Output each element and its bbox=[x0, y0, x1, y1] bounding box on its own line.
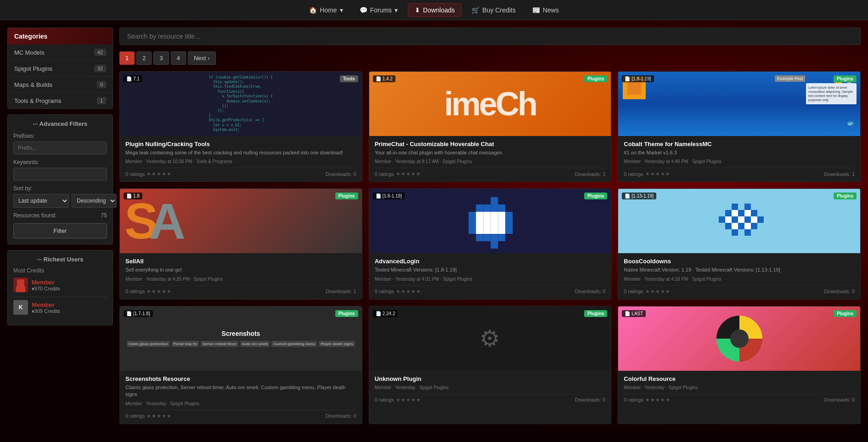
search-input[interactable] bbox=[119, 28, 861, 45]
resource-title: BoosCooldowns bbox=[624, 258, 855, 265]
svg-rect-28 bbox=[498, 234, 505, 241]
downloads-text: Downloads: 1 bbox=[824, 171, 855, 177]
nav-news-label: News bbox=[543, 6, 559, 14]
resource-card[interactable]: 📄 [1.13-1.19] Plugins BoosCooldowns Nati… bbox=[618, 188, 861, 299]
category-badge: Plugins bbox=[335, 310, 358, 317]
page-next-button[interactable]: Next › bbox=[188, 51, 216, 65]
svg-rect-38 bbox=[732, 210, 738, 216]
richest-users-panel: ··· Richest Users Most Credits Member ♦9… bbox=[7, 250, 113, 325]
stars: ★★★★★ bbox=[645, 171, 671, 177]
ratings: 0 ratings ★★★★★ bbox=[375, 171, 421, 177]
svg-rect-21 bbox=[490, 227, 498, 234]
resource-card[interactable]: 🐠🐡 🐟 Example Post Lorem ipsum dolor sit … bbox=[618, 71, 861, 182]
ratings-text: 0 ratings bbox=[624, 397, 643, 402]
nav-forums[interactable]: 💬 Forums ▾ bbox=[353, 4, 404, 17]
resource-body: AdvancedLogin Tested Minecraft Versions:… bbox=[369, 253, 611, 299]
filter-button[interactable]: Filter bbox=[13, 223, 107, 238]
dropdown-icon: ▾ bbox=[395, 6, 398, 14]
svg-rect-1 bbox=[17, 279, 24, 287]
svg-rect-53 bbox=[757, 216, 764, 223]
svg-rect-5 bbox=[468, 219, 476, 227]
svg-rect-19 bbox=[490, 212, 498, 219]
resource-card[interactable]: imeCh 📄 1.4.2 Plugins PrimeChat - Custom… bbox=[369, 71, 612, 182]
version-text: 1.4.2 bbox=[383, 76, 393, 81]
thumbnail-screenshots: Screenshots Claim glass protection Porta… bbox=[120, 306, 362, 371]
sort-by-label: Sort by: bbox=[13, 185, 107, 192]
resource-meta: Member · Yesterday at 4:31 PM · Spigot P… bbox=[375, 277, 606, 282]
filters-title: ··· Advanced Filters bbox=[13, 120, 107, 127]
resource-thumbnail: 📄 [1.8-1.19] Plugins bbox=[369, 189, 611, 253]
page-2-button[interactable]: 2 bbox=[136, 51, 152, 65]
pagination: 1 2 3 4 Next › bbox=[119, 51, 861, 65]
nav-downloads[interactable]: ⬇ Downloads bbox=[408, 3, 462, 17]
page-3-button[interactable]: 3 bbox=[153, 51, 169, 65]
resource-card[interactable]: if (cookie.getCookies(url)) { this.updat… bbox=[119, 71, 362, 182]
ratings-text: 0 ratings bbox=[624, 171, 643, 177]
nav-home[interactable]: 🏠 Home ▾ bbox=[303, 4, 349, 17]
svg-rect-17 bbox=[490, 197, 498, 204]
resource-meta: Member · Yesterday at 8:17 AM · Spigot P… bbox=[375, 159, 606, 164]
resource-desc: Mega leak containing some of the best cr… bbox=[125, 149, 356, 156]
user-name[interactable]: Member bbox=[32, 279, 60, 286]
ratings-text: 0 ratings bbox=[125, 413, 145, 419]
resource-body: Unknown Plugin Member · Yesterday · Spig… bbox=[369, 371, 611, 408]
svg-rect-48 bbox=[744, 223, 751, 229]
divider bbox=[13, 297, 107, 297]
resource-card[interactable]: S A 📄 1.8 Plugins SellAll Sell everythin… bbox=[119, 188, 362, 299]
svg-rect-43 bbox=[738, 216, 744, 223]
top-navigation: 🏠 Home ▾ 💬 Forums ▾ ⬇ Downloads 🛒 Buy Cr… bbox=[0, 0, 868, 20]
main-layout: Categories MC Models 42 Spigot Plugins 3… bbox=[0, 20, 868, 431]
resource-meta: Member · Yesterday at 10:36 PM · Tools &… bbox=[125, 159, 356, 164]
svg-rect-42 bbox=[738, 210, 744, 216]
resource-card[interactable]: 📄 LAST Plugins Colorful Resource Member … bbox=[618, 306, 861, 424]
resource-title: Cobalt Theme for NamelessMC bbox=[624, 141, 855, 147]
svg-rect-40 bbox=[732, 223, 738, 229]
svg-rect-23 bbox=[490, 241, 498, 249]
nav-news[interactable]: 📰 News bbox=[526, 4, 565, 17]
sort-by-select[interactable]: Last update Most downloads Most ratings … bbox=[13, 194, 69, 208]
maps-builds-count: 0 bbox=[97, 81, 106, 88]
ratings-text: 0 ratings bbox=[125, 289, 145, 294]
category-badge: Plugins bbox=[834, 193, 857, 199]
resource-body: Screenshots Resource Claims glass protec… bbox=[120, 371, 362, 424]
prefix-input[interactable] bbox=[13, 142, 107, 154]
example-text-block: Lorem ipsum dolor sit amet consectetur a… bbox=[806, 83, 857, 104]
version-text: [1.13-1.19] bbox=[631, 193, 654, 198]
resource-body: BoosCooldowns Native Minecraft Version: … bbox=[618, 253, 860, 299]
sidebar-item-mc-models[interactable]: MC Models 42 bbox=[8, 45, 113, 61]
resource-card[interactable]: 📄 [1.8-1.19] Plugins AdvancedLogin Teste… bbox=[369, 188, 612, 299]
thumbnail-colorful bbox=[618, 306, 860, 371]
version-badge: 📄 [1.13-1.19] bbox=[622, 193, 656, 199]
keywords-input[interactable] bbox=[13, 168, 107, 181]
stars: ★★★★★ bbox=[147, 171, 172, 177]
resource-card[interactable]: ⚙ 📄 2.24.2 Plugins Unknown Plugin Member… bbox=[369, 306, 612, 424]
sidebar-item-tools-programs[interactable]: Tools & Programs 1 bbox=[8, 93, 113, 108]
resource-footer: 0 ratings ★★★★★ Downloads: 1 bbox=[624, 168, 855, 177]
main-content: 1 2 3 4 Next › if (cookie.getCookies(url… bbox=[119, 28, 861, 424]
resource-body: Cobalt Theme for NamelessMC #1 on the Ma… bbox=[618, 136, 860, 181]
example-post-label: Example Post bbox=[775, 75, 805, 82]
keywords-label: Keywords: bbox=[13, 159, 107, 165]
version-badge: 📄 2.24.2 bbox=[373, 310, 398, 317]
svg-rect-39 bbox=[732, 216, 738, 223]
version-text: 2.24.2 bbox=[383, 311, 395, 316]
categories-header: Categories bbox=[8, 28, 113, 45]
resources-grid: if (cookie.getCookies(url)) { this.updat… bbox=[119, 71, 861, 424]
sidebar-item-spigot-plugins[interactable]: Spigot Plugins 32 bbox=[8, 61, 113, 77]
resource-desc: Native Minecraft Version: 1.19 · Tested … bbox=[624, 266, 855, 273]
sort-order-select[interactable]: Descending Ascending bbox=[72, 194, 117, 208]
nav-buy-credits[interactable]: 🛒 Buy Credits bbox=[465, 4, 522, 17]
version-badge: 📄 LAST bbox=[622, 310, 646, 317]
downloads-text: Downloads: 1 bbox=[575, 171, 606, 177]
sidebar-item-maps-builds[interactable]: Maps & Builds 0 bbox=[8, 77, 113, 93]
resource-card[interactable]: Screenshots Claim glass protection Porta… bbox=[119, 306, 362, 424]
richest-user-2: K Member ♦309 Credits bbox=[13, 300, 107, 315]
sidebar-item-label: Spigot Plugins bbox=[14, 65, 52, 72]
tools-programs-count: 1 bbox=[97, 97, 106, 104]
page-4-button[interactable]: 4 bbox=[171, 51, 186, 65]
page-1-button[interactable]: 1 bbox=[119, 51, 135, 65]
svg-rect-13 bbox=[483, 212, 490, 219]
version-badge: 📄 [1.8-1.19] bbox=[373, 193, 405, 199]
user-name[interactable]: Member bbox=[32, 301, 60, 308]
svg-rect-36 bbox=[725, 223, 732, 229]
